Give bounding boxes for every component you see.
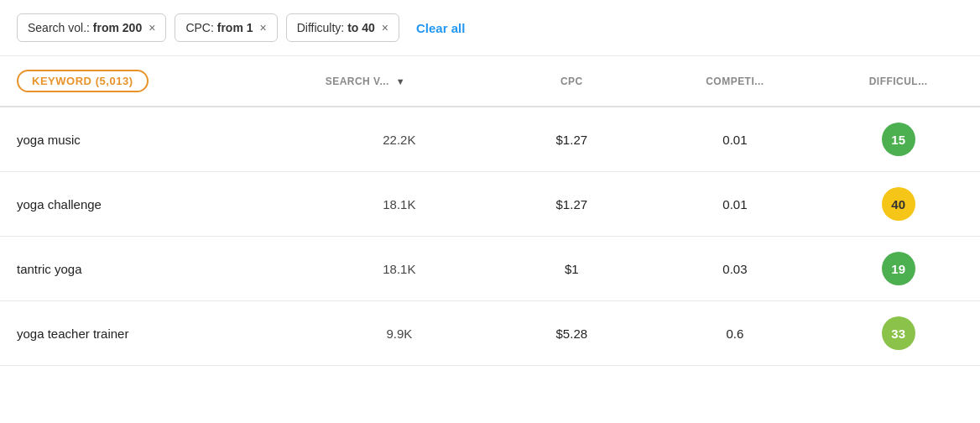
table-row: yoga teacher trainer 9.9K $5.28 0.6 33 (0, 301, 980, 366)
competition-cell: 0.6 (654, 301, 817, 366)
cpc-cell: $5.28 (490, 301, 654, 366)
difficulty-cell: 33 (816, 301, 980, 366)
col-header-search-vol[interactable]: SEARCH V... ▼ (309, 56, 490, 107)
col-header-cpc: CPC (490, 56, 654, 107)
filter-label-cpc: CPC: from 1 (185, 21, 253, 34)
col-header-keyword: KEYWORD (5,013) (0, 56, 309, 107)
table-row: tantric yoga 18.1K $1 0.03 19 (0, 237, 980, 301)
difficulty-badge: 40 (882, 187, 915, 221)
difficulty-cell: 19 (816, 237, 980, 301)
search-vol-label: SEARCH V... (326, 76, 389, 87)
table-row: yoga challenge 18.1K $1.27 0.01 40 (0, 172, 980, 237)
filter-close-search-vol[interactable]: × (149, 21, 155, 34)
competition-cell: 0.01 (654, 172, 817, 237)
difficulty-badge: 15 (882, 123, 915, 156)
filter-chip-search-vol[interactable]: Search vol.: from 200 × (17, 13, 166, 42)
difficulty-cell: 15 (816, 107, 980, 172)
filter-label-difficulty: Difficulty: to 40 (297, 21, 375, 34)
table-header-row: KEYWORD (5,013) SEARCH V... ▼ CPC COMPET… (0, 56, 980, 107)
search-vol-cell: 9.9K (309, 301, 490, 366)
table-body: yoga music 22.2K $1.27 0.01 15 yoga chal… (0, 107, 980, 366)
keyword-count-badge: KEYWORD (5,013) (17, 70, 149, 92)
filter-chip-cpc[interactable]: CPC: from 1 × (175, 13, 277, 42)
col-header-competition: COMPETI... (654, 56, 817, 107)
filter-chip-difficulty[interactable]: Difficulty: to 40 × (286, 13, 399, 42)
clear-all-button[interactable]: Clear all (413, 14, 468, 42)
cpc-cell: $1.27 (490, 107, 654, 172)
results-table: KEYWORD (5,013) SEARCH V... ▼ CPC COMPET… (0, 56, 980, 366)
filter-label-search-vol: Search vol.: from 200 (28, 21, 142, 34)
filter-bar: Search vol.: from 200 × CPC: from 1 × Di… (0, 0, 980, 56)
difficulty-badge: 33 (882, 316, 915, 350)
difficulty-badge: 19 (882, 252, 915, 285)
keyword-cell: tantric yoga (0, 237, 309, 301)
results-table-container: KEYWORD (5,013) SEARCH V... ▼ CPC COMPET… (0, 56, 980, 366)
cpc-cell: $1 (490, 237, 654, 301)
difficulty-cell: 40 (816, 172, 980, 237)
search-vol-cell: 18.1K (309, 172, 490, 237)
competition-cell: 0.03 (654, 237, 817, 301)
filter-close-difficulty[interactable]: × (382, 21, 388, 34)
sort-icon: ▼ (396, 76, 405, 86)
filter-close-cpc[interactable]: × (260, 21, 267, 34)
cpc-cell: $1.27 (490, 172, 654, 237)
keyword-cell: yoga teacher trainer (0, 301, 309, 366)
keyword-cell: yoga challenge (0, 172, 309, 237)
col-header-difficulty: DIFFICUL... (816, 56, 980, 107)
table-row: yoga music 22.2K $1.27 0.01 15 (0, 107, 980, 172)
search-vol-cell: 22.2K (309, 107, 490, 172)
search-vol-cell: 18.1K (309, 237, 490, 301)
competition-cell: 0.01 (654, 107, 817, 172)
keyword-cell: yoga music (0, 107, 309, 172)
